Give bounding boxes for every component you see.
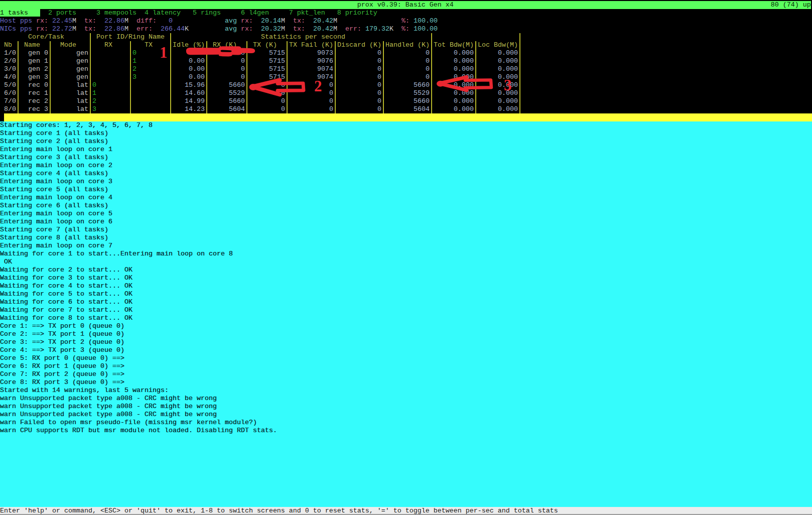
svg-text:3: 3 — [504, 76, 512, 94]
svg-text:1: 1 — [160, 44, 168, 61]
svg-text:2: 2 — [314, 77, 322, 95]
